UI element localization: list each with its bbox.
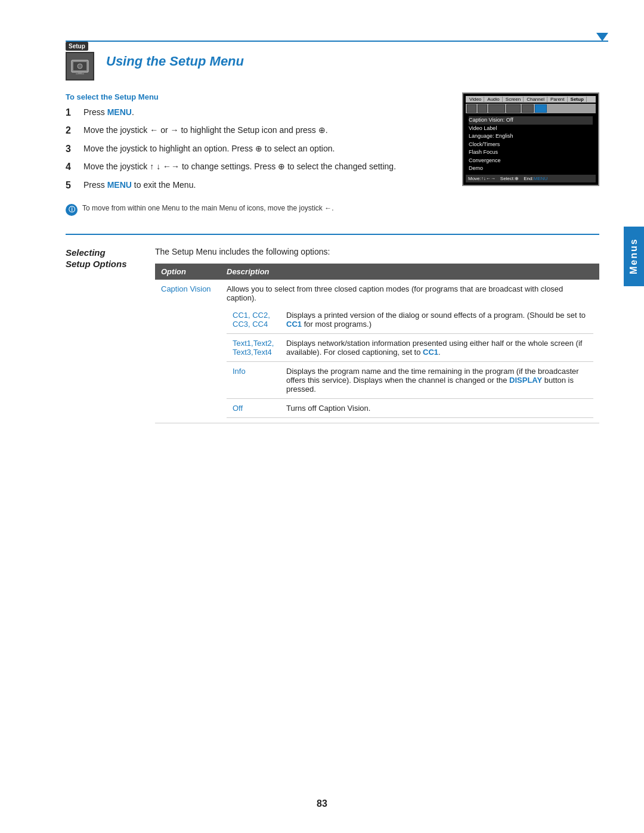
tv-icon-2 xyxy=(478,104,487,113)
section-header: Setup Using the Setup Menu xyxy=(66,42,599,80)
tv-menu-content: Caption Vision: Off Video Label Language… xyxy=(466,114,596,175)
left-instructions: To select the Setup Menu 1 Press MENU. 2… xyxy=(66,92,444,216)
tv-menu-item-1: Caption Vision: Off xyxy=(469,116,593,125)
section-title: Using the Setup Menu xyxy=(106,54,244,69)
tv-tab-setup: Setup xyxy=(568,97,587,102)
tv-icons-row xyxy=(466,104,596,113)
tv-icon-6 xyxy=(535,104,547,113)
tv-bottom-text: Move:↑↓←→ xyxy=(468,176,496,181)
step-num-2: 2 xyxy=(66,124,80,137)
tv-select-text: Select:⊕ xyxy=(500,176,519,181)
step-text-5: Press MENU to exit the Menu. xyxy=(83,179,444,191)
tv-menu-item-5: Flash Focus xyxy=(469,148,593,157)
step-4: 4 Move the joystick ↑ ↓ ←→ to change set… xyxy=(66,160,444,174)
sub-row-info: Info Displays the program name and the t… xyxy=(227,361,593,398)
menu-keyword-1: MENU xyxy=(107,107,132,117)
options-table: Option Description Caption Vision Allows… xyxy=(155,264,599,423)
tv-menu-bar: Video Audio Screen Channel Parent Setup xyxy=(466,96,596,103)
step-num-4: 4 xyxy=(66,160,80,174)
sub-desc-info: Displays the program name and the time r… xyxy=(280,361,593,398)
tv-screenshot: Video Audio Screen Channel Parent Setup xyxy=(462,92,599,186)
step-3: 3 Move the joystick to highlight an opti… xyxy=(66,143,444,156)
sub-option-info: Info xyxy=(227,361,280,398)
tv-tab-audio: Audio xyxy=(485,97,502,102)
tv-tab-channel: Channel xyxy=(524,97,547,102)
step-num-5: 5 xyxy=(66,179,80,192)
svg-point-4 xyxy=(78,64,82,69)
instructions-header: To select the Setup Menu xyxy=(66,92,444,101)
svg-rect-3 xyxy=(76,73,84,75)
step-1: 1 Press MENU. xyxy=(66,106,444,119)
tv-icon-4 xyxy=(506,104,521,113)
top-arrow xyxy=(596,33,608,41)
sub-desc-off: Turns off Caption Vision. xyxy=(280,398,593,417)
sidebar-label: Selecting Setup Options xyxy=(66,247,143,423)
step-2: 2 Move the joystick ← or → to highlight … xyxy=(66,124,444,137)
tv-menu-item-2: Video Label xyxy=(469,125,593,133)
tv-menu-item-6: Convergence xyxy=(469,157,593,165)
note-box: ⓘ To move from within one Menu to the ma… xyxy=(66,204,444,216)
tv-menu-item-4: Clock/Timers xyxy=(469,141,593,149)
table-row-caption-vision: Caption Vision Allows you to select from… xyxy=(155,280,599,423)
main-content: Setup Using the Setup Menu To select the… xyxy=(66,42,599,423)
tv-tab-screen: Screen xyxy=(503,97,524,102)
tv-screenshot-area: Video Audio Screen Channel Parent Setup xyxy=(462,92,599,216)
step-list: 1 Press MENU. 2 Move the joystick ← or →… xyxy=(66,106,444,192)
step-text-4: Move the joystick ↑ ↓ ←→ to change setti… xyxy=(83,160,444,173)
main-content-area: The Setup Menu includes the following op… xyxy=(155,247,599,423)
sub-option-text: Text1,Text2,Text3,Text4 xyxy=(227,333,280,361)
menus-tab: Menus xyxy=(624,227,644,286)
step-text-1: Press MENU. xyxy=(83,106,444,119)
setup-badge: Setup xyxy=(66,42,88,51)
col-option-header: Option xyxy=(155,264,221,280)
option-name-caption-vision: Caption Vision xyxy=(155,280,221,423)
bottom-section: Selecting Setup Options The Setup Menu i… xyxy=(66,247,599,423)
note-text: To move from within one Menu to the main… xyxy=(82,204,334,212)
step-text-3: Move the joystick to highlight an option… xyxy=(83,143,444,155)
step-5: 5 Press MENU to exit the Menu. xyxy=(66,179,444,192)
tv-bottom-bar: Move:↑↓←→ Select:⊕ End:MENU xyxy=(466,175,596,182)
nested-table: CC1, CC2,CC3, CC4 Displays a printed ver… xyxy=(227,306,593,418)
tv-tab-video: Video xyxy=(467,97,484,102)
table-header-row: Option Description xyxy=(155,264,599,280)
sub-row-text: Text1,Text2,Text3,Text4 Displays network… xyxy=(227,333,593,361)
page-number: 83 xyxy=(317,798,327,809)
menu-keyword-5: MENU xyxy=(107,180,132,190)
setup-icon xyxy=(66,52,94,80)
tv-tab-parent: Parent xyxy=(548,97,568,102)
caption-vision-desc: Allows you to select from three closed c… xyxy=(227,284,563,302)
step-text-2: Move the joystick ← or → to highlight th… xyxy=(83,124,444,137)
cc1-keyword: CC1 xyxy=(286,320,302,329)
section-divider xyxy=(66,234,599,235)
top-section: To select the Setup Menu 1 Press MENU. 2… xyxy=(66,92,599,216)
note-icon: ⓘ xyxy=(66,204,78,216)
sub-desc-cc1: Displays a printed version of the dialog… xyxy=(280,306,593,334)
sub-option-off: Off xyxy=(227,398,280,417)
tv-icon-3 xyxy=(488,104,505,113)
step-num-3: 3 xyxy=(66,143,80,156)
tv-icon-5 xyxy=(522,104,534,113)
tv-menu-item-7: Demo xyxy=(469,165,593,173)
display-keyword: DISPLAY xyxy=(509,376,542,385)
intro-text: The Setup Menu includes the following op… xyxy=(155,247,599,256)
sub-row-off: Off Turns off Caption Vision. xyxy=(227,398,593,417)
tv-menu-item-3: Language: English xyxy=(469,132,593,141)
tv-icon-1 xyxy=(467,104,476,113)
sub-option-cc1: CC1, CC2,CC3, CC4 xyxy=(227,306,280,334)
step-num-1: 1 xyxy=(66,106,80,119)
cc1-keyword-2: CC1 xyxy=(423,348,438,357)
tv-end-text: End:MENU xyxy=(524,176,547,181)
sub-row-cc1: CC1, CC2,CC3, CC4 Displays a printed ver… xyxy=(227,306,593,334)
option-desc-caption-vision: Allows you to select from three closed c… xyxy=(221,280,599,423)
sidebar-title: Selecting Setup Options xyxy=(66,247,143,270)
col-description-header: Description xyxy=(221,264,599,280)
sub-desc-text: Displays network/station information pre… xyxy=(280,333,593,361)
